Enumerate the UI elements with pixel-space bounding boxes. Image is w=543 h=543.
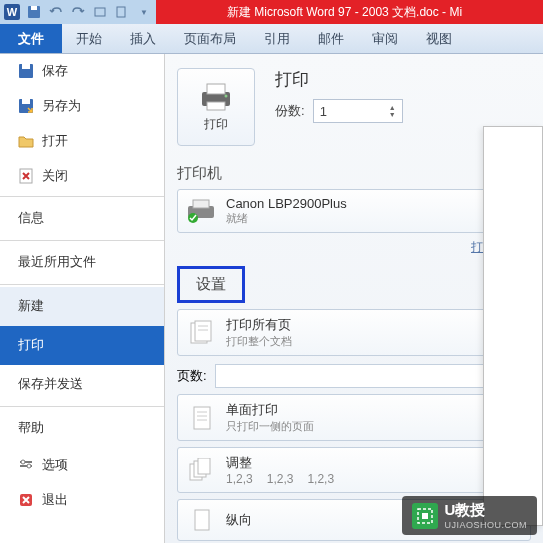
tab-layout[interactable]: 页面布局 (170, 24, 250, 53)
print-range-sub: 打印整个文档 (226, 334, 505, 349)
sidebar-item-save[interactable]: 保存 (0, 54, 164, 89)
svg-rect-34 (195, 510, 209, 530)
print-title: 打印 (275, 68, 403, 91)
pages-input[interactable] (215, 364, 509, 388)
sidebar-item-close[interactable]: 关闭 (0, 159, 164, 194)
watermark-brand: U教授 (444, 501, 527, 520)
copies-input[interactable]: 1 ▲▼ (313, 99, 403, 123)
print-range-label: 打印所有页 (226, 316, 505, 334)
print-button[interactable]: 打印 (177, 68, 255, 146)
undo-icon[interactable] (48, 4, 64, 20)
sides-label: 单面打印 (226, 401, 505, 419)
print-panel: 打印 打印 份数: 1 ▲▼ 打印机 i Canon LBP2900Plus (165, 54, 543, 543)
sidebar-label: 保存 (42, 62, 68, 80)
tab-view[interactable]: 视图 (412, 24, 466, 53)
single-side-icon (186, 404, 218, 432)
printer-icon (198, 82, 234, 112)
pages-label: 页数: (177, 367, 207, 385)
page-preview (483, 126, 543, 526)
window-title: 新建 Microsoft Word 97 - 2003 文档.doc - Mi (156, 4, 543, 21)
save-icon[interactable] (26, 4, 42, 20)
copies-label: 份数: (275, 102, 305, 120)
watermark-url: UJIAOSHOU.COM (444, 520, 527, 530)
sides-sub: 只打印一侧的页面 (226, 419, 505, 434)
sidebar-item-exit[interactable]: 退出 (0, 483, 164, 518)
printer-name: Canon LBP2900Plus (226, 196, 505, 211)
sidebar-label: 打开 (42, 132, 68, 150)
sidebar-item-open[interactable]: 打开 (0, 124, 164, 159)
sidebar-item-options[interactable]: 选项 (0, 448, 164, 483)
collate-label: 调整 (226, 454, 505, 472)
svg-rect-7 (22, 64, 30, 69)
redo-icon[interactable] (70, 4, 86, 20)
sidebar-item-savesend[interactable]: 保存并发送 (0, 365, 164, 404)
svg-rect-5 (117, 7, 125, 17)
saveas-icon (18, 98, 34, 114)
sidebar-label: 另存为 (42, 97, 81, 115)
tab-home[interactable]: 开始 (62, 24, 116, 53)
copies-value: 1 (320, 104, 327, 119)
watermark-logo (412, 503, 438, 529)
printer-properties-link[interactable]: 打印机属性 (177, 239, 531, 256)
options-icon (18, 457, 34, 473)
tab-references[interactable]: 引用 (250, 24, 304, 53)
tab-insert[interactable]: 插入 (116, 24, 170, 53)
watermark: U教授 UJIAOSHOU.COM (402, 496, 537, 535)
print-button-label: 打印 (204, 116, 228, 133)
tab-review[interactable]: 审阅 (358, 24, 412, 53)
sidebar-item-new[interactable]: 新建 (0, 287, 164, 326)
svg-rect-17 (207, 84, 225, 94)
settings-section-label: 设置 (177, 266, 245, 303)
svg-rect-21 (193, 200, 209, 208)
sidebar-label: 退出 (42, 491, 68, 509)
svg-point-14 (27, 464, 31, 468)
svg-rect-9 (22, 99, 30, 104)
collate-dropdown[interactable]: 调整 1,2,3 1,2,3 1,2,3 ▼ (177, 447, 531, 493)
spinner-icon[interactable]: ▲▼ (389, 104, 396, 118)
svg-text:W: W (7, 6, 18, 18)
title-bar: 新建 Microsoft Word 97 - 2003 文档.doc - Mi (156, 0, 543, 24)
sidebar-item-info[interactable]: 信息 (0, 199, 164, 238)
quick-access-toolbar: W ▼ (0, 0, 156, 24)
svg-rect-27 (194, 407, 210, 429)
sides-dropdown[interactable]: 单面打印 只打印一侧的页面 ▼ (177, 394, 531, 441)
sidebar-item-recent[interactable]: 最近所用文件 (0, 243, 164, 282)
svg-rect-36 (422, 513, 428, 519)
close-icon (18, 168, 34, 184)
tab-file[interactable]: 文件 (0, 24, 62, 53)
open-icon (18, 133, 34, 149)
tab-mail[interactable]: 邮件 (304, 24, 358, 53)
collate-seq: 1,2,3 (226, 472, 253, 486)
word-icon: W (4, 4, 20, 20)
printer-status: 就绪 (226, 211, 505, 226)
sidebar-label: 关闭 (42, 167, 68, 185)
pages-icon (186, 319, 218, 347)
sidebar-label: 选项 (42, 456, 68, 474)
printer-device-icon (186, 197, 218, 225)
exit-icon (18, 492, 34, 508)
collate-icon (186, 456, 218, 484)
svg-point-19 (225, 94, 228, 97)
printer-section-label: 打印机 (177, 164, 222, 183)
sidebar-item-help[interactable]: 帮助 (0, 409, 164, 448)
svg-rect-4 (95, 8, 105, 16)
svg-rect-18 (207, 102, 225, 110)
print-range-dropdown[interactable]: 打印所有页 打印整个文档 ▼ (177, 309, 531, 356)
printer-dropdown[interactable]: Canon LBP2900Plus 就绪 ▼ (177, 189, 531, 233)
qat-icon[interactable] (92, 4, 108, 20)
qat-icon-2[interactable] (114, 4, 130, 20)
collate-seq: 1,2,3 (267, 472, 294, 486)
save-icon (18, 63, 34, 79)
file-sidebar: 保存 另存为 打开 关闭 信息 最近所用文件 新建 打印 保存并发送 帮助 选项 (0, 54, 165, 543)
qat-dropdown-icon[interactable]: ▼ (136, 4, 152, 20)
ribbon: 文件 开始 插入 页面布局 引用 邮件 审阅 视图 (0, 24, 543, 54)
svg-rect-3 (31, 6, 37, 10)
svg-point-13 (21, 460, 25, 464)
sidebar-item-print[interactable]: 打印 (0, 326, 164, 365)
portrait-icon (186, 506, 218, 534)
collate-seq: 1,2,3 (307, 472, 334, 486)
sidebar-item-saveas[interactable]: 另存为 (0, 89, 164, 124)
svg-rect-33 (198, 458, 210, 474)
svg-rect-24 (195, 321, 211, 341)
